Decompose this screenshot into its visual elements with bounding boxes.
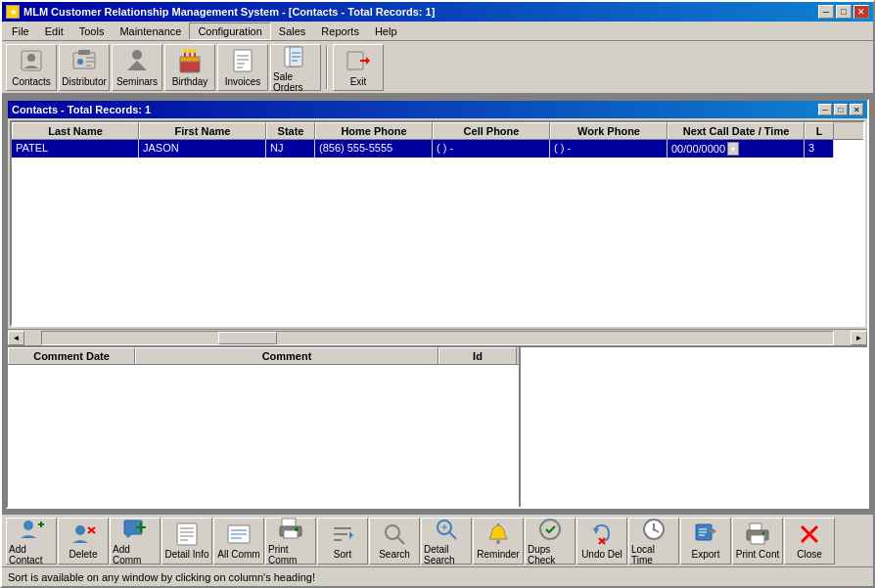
exit-icon: [345, 47, 372, 74]
sale-orders-button[interactable]: Sale Orders: [270, 44, 321, 91]
inner-close-button[interactable]: ✕: [850, 104, 863, 115]
maximize-button[interactable]: □: [836, 5, 852, 19]
search-button[interactable]: Search: [369, 518, 420, 565]
col-header-next-call[interactable]: Next Call Date / Time: [668, 122, 805, 139]
menu-maintenance[interactable]: Maintenance: [112, 23, 189, 39]
add-contact-icon: [19, 517, 44, 542]
scroll-left-button[interactable]: ◄: [8, 331, 24, 345]
menu-file[interactable]: File: [4, 23, 37, 39]
scroll-track[interactable]: [41, 331, 834, 345]
svg-point-14: [183, 49, 187, 53]
date-dropdown-button[interactable]: ▼: [727, 142, 739, 156]
add-contact-label: Add Contact: [9, 544, 54, 565]
menu-edit[interactable]: Edit: [37, 23, 71, 39]
svg-point-1: [27, 54, 35, 62]
table-row[interactable]: PATEL JASON NJ (856) 555-5555 ( ) - ( ) …: [12, 140, 863, 158]
detail-search-label: Detail Search: [424, 544, 469, 565]
contacts-button[interactable]: Contacts: [6, 44, 57, 91]
close-label: Close: [797, 549, 822, 560]
print-comm-button[interactable]: Print Comm: [265, 518, 316, 565]
col-header-last-name[interactable]: Last Name: [12, 122, 139, 139]
col-header-comment[interactable]: Comment: [135, 347, 438, 364]
cell-last-name: PATEL: [12, 140, 139, 158]
col-header-home-phone[interactable]: Home Phone: [315, 122, 433, 139]
inner-minimize-button[interactable]: ─: [818, 104, 832, 115]
horizontal-scrollbar: ◄ ►: [8, 329, 867, 345]
birthday-button[interactable]: Birthday: [164, 44, 215, 91]
svg-rect-81: [751, 535, 764, 544]
menu-configuration[interactable]: Configuration: [189, 23, 270, 40]
undo-del-label: Undo Del: [581, 549, 622, 560]
distributor-label: Distributor: [62, 76, 107, 87]
svg-point-57: [386, 525, 399, 539]
svg-point-52: [295, 527, 299, 531]
search-icon: [382, 521, 407, 547]
detail-panel: [521, 347, 867, 507]
seminars-button[interactable]: Seminars: [112, 44, 162, 91]
col-header-work-phone[interactable]: Work Phone: [550, 122, 668, 139]
distributor-button[interactable]: Distributor: [59, 44, 110, 91]
invoices-icon: [229, 47, 256, 74]
menu-sales[interactable]: Sales: [271, 23, 314, 39]
sort-label: Sort: [334, 549, 351, 560]
close-window-button[interactable]: ✕: [853, 5, 869, 19]
contacts-label: Contacts: [12, 76, 50, 87]
delete-button[interactable]: Delete: [58, 518, 109, 565]
title-bar: ★ MLM Customer Relationship Management S…: [2, 2, 873, 22]
local-time-button[interactable]: Local Time: [628, 518, 679, 565]
undo-del-button[interactable]: Undo Del: [576, 518, 627, 565]
window-title: MLM Customer Relationship Management Sys…: [23, 6, 435, 18]
export-button[interactable]: Export: [680, 518, 731, 565]
col-header-comment-date[interactable]: Comment Date: [8, 347, 135, 364]
main-window: ★ MLM Customer Relationship Management S…: [0, 0, 875, 588]
minimize-button[interactable]: ─: [818, 5, 834, 19]
add-comm-label: Add Comm: [113, 544, 158, 565]
invoices-button[interactable]: Invoices: [217, 44, 268, 91]
svg-point-8: [132, 50, 142, 60]
inner-title-text: Contacts - Total Records: 1: [12, 104, 151, 115]
col-header-first-name[interactable]: First Name: [139, 122, 266, 139]
svg-rect-51: [284, 530, 298, 538]
reminder-button[interactable]: Reminder: [473, 518, 524, 565]
svg-point-33: [75, 525, 85, 535]
sort-button[interactable]: Sort: [317, 518, 368, 565]
delete-label: Delete: [69, 549, 98, 560]
col-header-state[interactable]: State: [266, 122, 315, 139]
detail-info-icon: [174, 521, 200, 547]
all-comm-button[interactable]: All Comm: [213, 518, 264, 565]
svg-point-30: [23, 520, 33, 530]
col-header-cell-phone[interactable]: Cell Phone: [433, 122, 550, 139]
exit-button[interactable]: Exit: [333, 44, 384, 91]
svg-point-63: [496, 540, 500, 544]
close-button[interactable]: Close: [784, 518, 835, 565]
print-cont-button[interactable]: Print Cont: [732, 518, 783, 565]
col-header-l[interactable]: L: [805, 122, 834, 139]
sort-icon: [330, 521, 355, 547]
add-contact-button[interactable]: Add Contact: [6, 518, 57, 565]
detail-info-button[interactable]: Detail Info: [161, 518, 212, 565]
print-cont-label: Print Cont: [736, 549, 779, 560]
detail-search-button[interactable]: Detail Search: [421, 518, 472, 565]
app-icon: ★: [6, 5, 20, 19]
svg-marker-56: [349, 531, 353, 539]
svg-point-65: [540, 520, 560, 539]
col-header-id[interactable]: Id: [438, 347, 517, 364]
local-time-label: Local Time: [631, 544, 676, 565]
scroll-right-button[interactable]: ►: [851, 331, 867, 345]
menu-tools[interactable]: Tools: [71, 23, 113, 39]
inner-maximize-button[interactable]: □: [834, 104, 848, 115]
svg-rect-9: [180, 61, 200, 72]
svg-point-4: [77, 59, 83, 65]
menu-reports[interactable]: Reports: [313, 23, 367, 39]
exit-label: Exit: [350, 76, 367, 87]
title-bar-buttons: ─ □ ✕: [818, 5, 869, 19]
svg-point-15: [188, 49, 192, 53]
svg-rect-17: [234, 50, 252, 71]
add-comm-button[interactable]: Add Comm: [110, 518, 161, 565]
dups-check-icon: [537, 517, 563, 542]
dups-check-button[interactable]: Dups Check: [525, 518, 576, 565]
toolbar-separator: [326, 46, 328, 89]
menu-help[interactable]: Help: [367, 23, 405, 39]
scroll-thumb[interactable]: [218, 332, 277, 344]
export-label: Export: [692, 549, 720, 560]
